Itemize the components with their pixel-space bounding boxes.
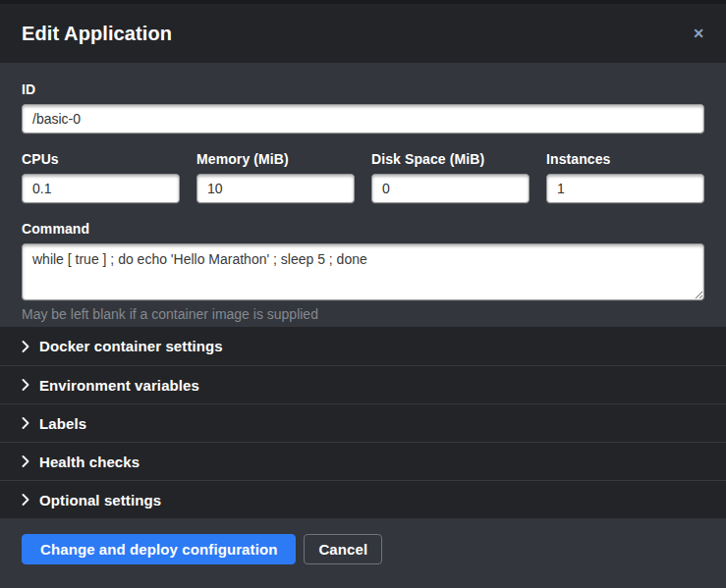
instances-label: Instances bbox=[546, 151, 704, 167]
cpus-input[interactable] bbox=[22, 174, 180, 203]
cpus-field-group: CPUs bbox=[22, 151, 180, 203]
instances-field-group: Instances bbox=[546, 151, 704, 203]
id-field-group: ID bbox=[22, 81, 704, 134]
memory-label: Memory (MiB) bbox=[196, 151, 355, 167]
disk-space-input[interactable] bbox=[371, 174, 530, 203]
change-and-deploy-button[interactable]: Change and deploy configuration bbox=[22, 534, 296, 564]
command-textarea[interactable]: while [ true ] ; do echo 'Hello Marathon… bbox=[22, 243, 704, 300]
id-label: ID bbox=[22, 81, 704, 97]
command-field-group: Command while [ true ] ; do echo 'Hello … bbox=[22, 221, 704, 322]
close-icon[interactable]: ✕ bbox=[691, 23, 706, 44]
memory-field-group: Memory (MiB) bbox=[196, 151, 355, 203]
section-optional-settings[interactable]: Optional settings bbox=[0, 480, 726, 518]
section-environment-variables[interactable]: Environment variables bbox=[0, 365, 726, 403]
collapsible-sections: Docker container settings Environment va… bbox=[0, 327, 726, 518]
modal-footer: Change and deploy configuration Cancel bbox=[0, 518, 726, 588]
resources-row: CPUs Memory (MiB) Disk Space (MiB) Insta… bbox=[22, 151, 704, 203]
command-help-text: May be left blank if a container image i… bbox=[22, 306, 704, 322]
chevron-right-icon bbox=[22, 341, 29, 352]
cancel-button[interactable]: Cancel bbox=[304, 534, 382, 564]
application-form: ID CPUs Memory (MiB) Disk Space (MiB) In… bbox=[0, 63, 726, 327]
section-health-checks[interactable]: Health checks bbox=[0, 442, 726, 480]
instances-input[interactable] bbox=[546, 174, 704, 203]
id-input[interactable] bbox=[22, 104, 704, 134]
command-label: Command bbox=[22, 221, 704, 237]
chevron-right-icon bbox=[22, 417, 29, 429]
cpus-label: CPUs bbox=[22, 151, 180, 167]
disk-space-field-group: Disk Space (MiB) bbox=[371, 151, 530, 203]
section-label: Health checks bbox=[39, 454, 140, 470]
modal-header: Edit Application ✕ bbox=[0, 4, 726, 63]
section-label: Optional settings bbox=[39, 492, 161, 508]
modal-title: Edit Application bbox=[22, 23, 172, 45]
chevron-right-icon bbox=[22, 379, 29, 391]
section-label: Environment variables bbox=[39, 377, 199, 394]
chevron-right-icon bbox=[22, 494, 29, 506]
chevron-right-icon bbox=[22, 455, 29, 467]
edit-application-modal: Edit Application ✕ ID CPUs Memory (MiB) … bbox=[0, 4, 726, 588]
section-docker-container-settings[interactable]: Docker container settings bbox=[0, 327, 726, 365]
section-label: Docker container settings bbox=[39, 338, 223, 354]
disk-space-label: Disk Space (MiB) bbox=[371, 151, 530, 167]
section-label: Labels bbox=[39, 415, 86, 432]
section-labels[interactable]: Labels bbox=[0, 403, 726, 442]
memory-input[interactable] bbox=[196, 174, 355, 203]
